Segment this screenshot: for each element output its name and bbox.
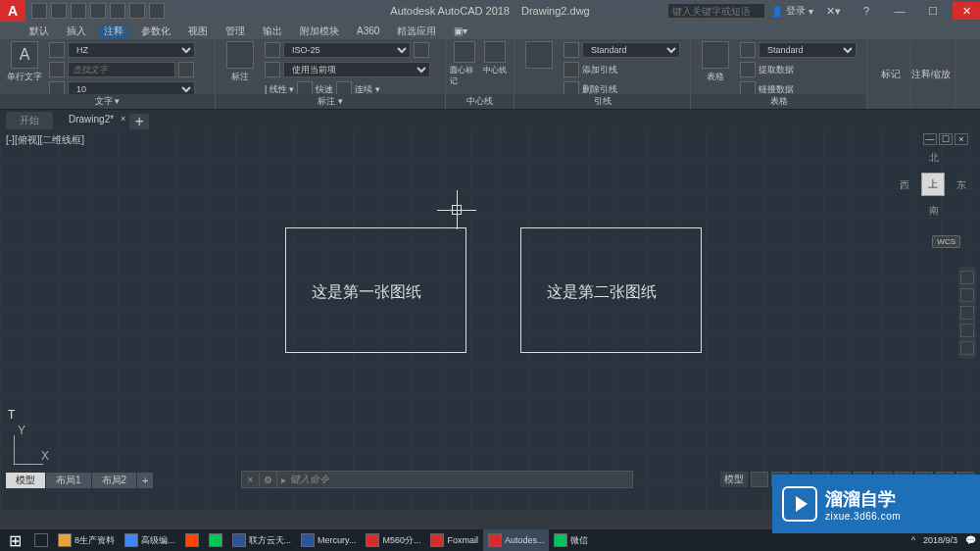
app-logo[interactable]: A <box>0 0 25 22</box>
tab-layout1[interactable]: 布局1 <box>46 473 91 488</box>
extract-data-icon[interactable] <box>740 62 756 77</box>
table-style-select[interactable]: Standard <box>759 42 857 58</box>
tab-output[interactable]: 输出 <box>259 25 286 38</box>
qat-new-icon[interactable] <box>31 3 47 19</box>
drawing-area[interactable]: [-][俯视][二维线框] — ☐ × 这是第一张图纸 这是第二张图纸 T Y … <box>0 129 980 510</box>
tray-notif-icon[interactable]: 💬 <box>961 535 980 545</box>
tb-item-9[interactable]: 微信 <box>549 529 593 551</box>
table-button[interactable]: 表格 <box>695 41 736 83</box>
cmd-options-icon[interactable]: ⚙ <box>260 472 277 487</box>
minimize-button[interactable]: — <box>886 2 913 20</box>
drawing-text-2[interactable]: 这是第二张图纸 <box>547 282 657 303</box>
tb-item-0[interactable]: 8生产资料 <box>53 529 120 551</box>
add-leader-icon[interactable] <box>564 62 579 77</box>
command-line[interactable]: × ⚙ ▸ 键入命令 <box>241 471 633 488</box>
tab-featured[interactable]: 精选应用 <box>393 25 440 38</box>
tb-item-4[interactable]: 联方云天... <box>227 529 297 551</box>
nav-pan-icon[interactable] <box>960 288 974 302</box>
qat-save-icon[interactable] <box>71 3 86 19</box>
doctab-drawing2[interactable]: Drawing2* × <box>55 112 127 129</box>
help-button[interactable]: ? <box>853 2 880 20</box>
qat-redo-icon[interactable] <box>149 3 165 19</box>
view-label[interactable]: [-][俯视][二维线框] <box>6 133 84 147</box>
vp-max-icon[interactable]: ☐ <box>939 133 953 145</box>
maximize-button[interactable]: ☐ <box>919 2 947 20</box>
tab-annotate[interactable]: 注释 <box>100 25 127 38</box>
tab-a360[interactable]: A360 <box>353 25 383 36</box>
wcs-badge[interactable]: WCS <box>932 235 960 248</box>
dim-layer-icon[interactable] <box>265 62 280 77</box>
dim-style-icon[interactable] <box>265 42 280 58</box>
viewcube-east[interactable]: 东 <box>956 178 966 192</box>
single-line-text-button[interactable]: A 单行文字 <box>4 41 45 83</box>
leader-button[interactable] <box>518 41 560 69</box>
doctab-start[interactable]: 开始 <box>6 112 53 129</box>
close-button[interactable]: ✕ <box>953 2 980 20</box>
find-icon[interactable] <box>49 62 65 77</box>
qat-open-icon[interactable] <box>51 3 67 19</box>
dim-style-select[interactable]: ISO-25 <box>283 42 411 58</box>
sb-grid-icon[interactable] <box>751 472 768 487</box>
dim-layer-select[interactable]: 使用当前项 <box>283 62 430 77</box>
tab-layout2[interactable]: 布局2 <box>92 473 137 488</box>
leader-style-icon[interactable] <box>564 42 579 58</box>
panel-leader-label[interactable]: 引线 <box>514 94 690 109</box>
tb-item-6[interactable]: M560分... <box>361 529 425 551</box>
doctab-add-button[interactable]: + <box>129 114 149 129</box>
tb-item-1[interactable]: 高级编... <box>120 529 180 551</box>
tb-item-8[interactable]: Autodes... <box>483 529 550 551</box>
view-cube[interactable]: 北 南 东 西 上 <box>904 155 962 214</box>
anno-scale-panel-btn[interactable]: 注释缩放 <box>911 68 951 81</box>
add-leader-btn[interactable]: 添加引线 <box>582 64 617 76</box>
tab-default[interactable]: 默认 <box>25 25 53 38</box>
panel-table-label[interactable]: 表格 <box>691 94 866 109</box>
qat-undo-icon[interactable] <box>129 3 145 19</box>
cmd-close-icon[interactable]: × <box>242 472 260 487</box>
tb-item-3[interactable] <box>204 529 227 551</box>
nav-zoom-icon[interactable] <box>960 306 974 320</box>
dim-update-icon[interactable] <box>414 42 429 58</box>
qat-plot-icon[interactable] <box>110 3 125 19</box>
tab-model[interactable]: 模型 <box>6 473 45 488</box>
centerline-button[interactable]: 中心线 <box>481 41 511 75</box>
tray-date[interactable]: 2018/9/3 <box>919 535 961 545</box>
viewcube-top-face[interactable]: 上 <box>921 173 945 196</box>
nav-wheel-icon[interactable] <box>960 271 974 284</box>
panel-dimension-label[interactable]: 标注 ▾ <box>216 94 445 109</box>
tab-addins[interactable]: 附加模块 <box>296 25 343 38</box>
markup-panel-btn[interactable]: 标记 <box>881 68 901 81</box>
tab-parametric[interactable]: 参数化 <box>137 25 174 38</box>
start-button[interactable]: ⊞ <box>0 529 29 551</box>
qat-saveas-icon[interactable] <box>90 3 106 19</box>
find-action-icon[interactable] <box>178 62 194 77</box>
doctab-close-icon[interactable]: × <box>121 114 125 124</box>
viewcube-west[interactable]: 西 <box>900 178 909 192</box>
exchange-icon[interactable]: ✕▾ <box>819 2 847 20</box>
table-style-icon[interactable] <box>740 42 756 58</box>
dimension-button[interactable]: 标注 <box>220 41 261 83</box>
nav-showmotion-icon[interactable] <box>960 341 974 355</box>
panel-text-label[interactable]: 文字 ▾ <box>0 94 215 109</box>
centermark-button[interactable]: 圆心标记 <box>450 41 479 86</box>
tb-item-7[interactable]: Foxmail <box>425 529 483 551</box>
tb-item-5[interactable]: Mercury... <box>296 529 361 551</box>
search-input[interactable] <box>667 3 765 19</box>
user-menu[interactable]: 👤 登录 ▾ <box>771 4 813 18</box>
tab-view[interactable]: 视图 <box>184 25 212 38</box>
tb-cortana[interactable] <box>29 529 53 551</box>
leader-style-select[interactable]: Standard <box>582 42 680 58</box>
layout-add-button[interactable]: + <box>137 473 153 488</box>
nav-orbit-icon[interactable] <box>960 324 974 337</box>
sb-model-button[interactable]: 模型 <box>720 472 748 487</box>
tab-expand-icon[interactable]: ▣▾ <box>450 25 471 36</box>
drawing-text-1[interactable]: 这是第一张图纸 <box>312 282 421 303</box>
font-select[interactable]: HZ <box>68 42 195 58</box>
viewcube-north[interactable]: 北 <box>929 151 939 165</box>
tb-item-2[interactable] <box>180 529 204 551</box>
checkmark-icon[interactable] <box>49 42 65 58</box>
find-text-input[interactable] <box>68 62 175 77</box>
tray-chevron-icon[interactable]: ^ <box>907 535 919 545</box>
vp-close-icon[interactable]: × <box>955 133 968 145</box>
vp-min-icon[interactable]: — <box>923 133 937 145</box>
tab-manage[interactable]: 管理 <box>221 25 249 38</box>
